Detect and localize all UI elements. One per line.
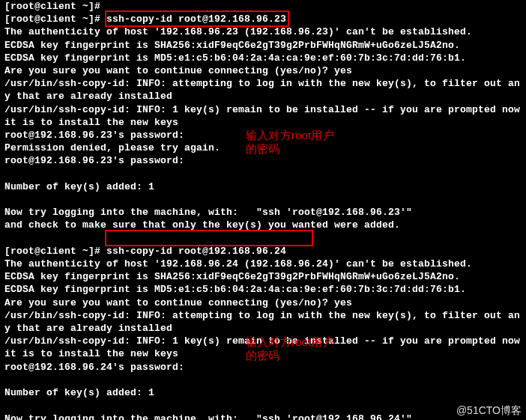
terminal-line: Are you sure you want to continue connec… [4,65,352,76]
terminal-line: [root@client ~]# [4,1,100,12]
annotation-line: 输入对方root用户 [246,335,334,348]
terminal-line: ECDSA key fingerprint is MD5:e1:c5:b6:04… [4,284,466,295]
terminal-line: root@192.168.96.23's password: [4,155,184,166]
terminal-line: Permission denied, please try again. [4,142,220,153]
terminal-line: The authenticity of host '192.168.96.24 … [4,258,472,270]
terminal-line: Are you sure you want to continue connec… [4,297,352,308]
terminal-line: /usr/bin/ssh-copy-id: INFO: 1 key(s) rem… [4,104,526,128]
annotation-line: 输入对方root用户 [246,129,334,141]
terminal-line: The authenticity of host '192.168.96.23 … [4,26,472,37]
terminal-line: ECDSA key fingerprint is SHA256:xidF9eqC… [4,40,460,51]
terminal-line: Number of key(s) added: 1 [4,387,154,398]
terminal-line: and check to make sure that only the key… [4,219,400,231]
annotation-line: 的密码 [246,349,280,362]
annotation-line: 的密码 [246,142,280,155]
terminal-line: [root@client ~]# ssh-copy-id root@192.16… [4,246,286,257]
terminal-line: [root@client ~]# ssh-copy-id root@192.16… [4,13,286,25]
annotation-2: 输入对方root用户 的密码 [246,335,334,362]
terminal-line: /usr/bin/ssh-copy-id: INFO: attempting t… [4,78,520,102]
terminal-line: ECDSA key fingerprint is MD5:e1:c5:b6:04… [4,52,466,64]
terminal-line: /usr/bin/ssh-copy-id: INFO: attempting t… [4,310,520,334]
terminal-line: root@192.168.96.23's password: [4,130,184,141]
terminal-line: Number of key(s) added: 1 [4,181,154,192]
terminal-line: root@192.168.96.24's password: [4,362,184,373]
annotation-1: 输入对方root用户 的密码 [246,129,334,156]
terminal-line: Now try logging into the machine, with: … [4,413,412,421]
watermark: @51CTO博客 [456,404,522,417]
terminal-line: ECDSA key fingerprint is SHA256:xidF9eqC… [4,271,460,282]
terminal-line: Now try logging into the machine, with: … [4,207,412,218]
